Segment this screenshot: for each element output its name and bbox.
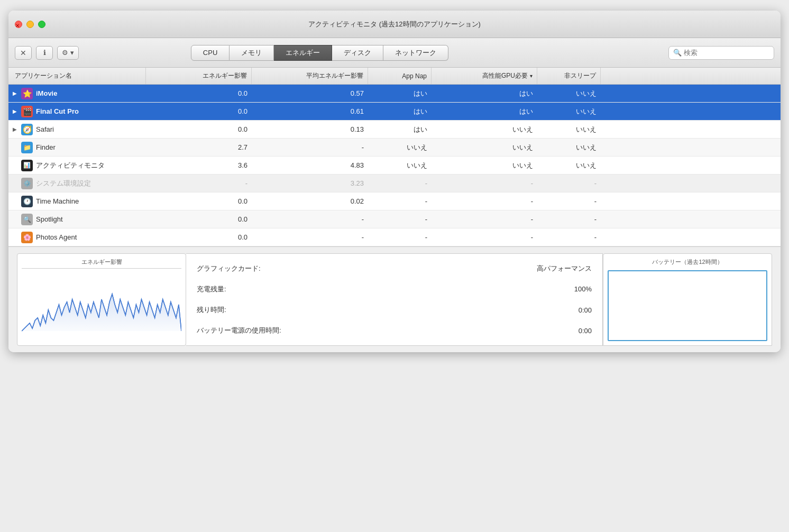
cell-no-sleep: いいえ bbox=[537, 125, 601, 134]
app-name-label: Spotlight bbox=[36, 215, 63, 223]
placeholder-icon: ▶ bbox=[13, 180, 17, 186]
cell-app-nap: はい bbox=[368, 125, 432, 134]
cell-avg-energy: 0.13 bbox=[252, 125, 368, 133]
cell-energy-impact: - bbox=[146, 179, 252, 187]
cell-no-sleep: - bbox=[537, 215, 601, 223]
cell-avg-energy: 3.23 bbox=[252, 179, 368, 187]
app-name-label: システム環境設定 bbox=[36, 179, 91, 188]
cell-app-nap: - bbox=[368, 179, 432, 187]
graphics-card-value: 高パフォーマンス bbox=[537, 264, 592, 273]
col-header-gpu[interactable]: 高性能GPU必要 ▾ bbox=[432, 68, 537, 84]
tab-network[interactable]: ネットワーク bbox=[383, 45, 448, 61]
search-input[interactable] bbox=[684, 49, 769, 57]
cell-energy-impact: 0.0 bbox=[146, 107, 252, 115]
table-row[interactable]: ▶ 📊 アクティビティモニタ 3.6 4.83 いいえ いいえ いいえ bbox=[8, 157, 781, 175]
cell-gpu: - bbox=[432, 197, 537, 205]
search-box[interactable]: 🔍 bbox=[668, 46, 774, 60]
col-header-app-name[interactable]: アプリケーション名 bbox=[8, 68, 146, 84]
cell-gpu: いいえ bbox=[432, 125, 537, 134]
col-header-energy-impact[interactable]: エネルギー影響 bbox=[146, 68, 252, 84]
cell-app-nap: はい bbox=[368, 107, 432, 116]
app-icon-photos: 🌸 bbox=[21, 232, 33, 243]
bottom-panel: エネルギー影響 グラフィックカード: 高パフォーマンス 充電残量: bbox=[8, 246, 781, 352]
col-header-app-nap[interactable]: App Nap bbox=[368, 68, 432, 84]
cell-avg-energy: 0.61 bbox=[252, 107, 368, 115]
stats-section: グラフィックカード: 高パフォーマンス 充電残量: 100% 残り時間: 0:0… bbox=[186, 253, 603, 346]
cell-avg-energy: - bbox=[252, 143, 368, 151]
table-row[interactable]: ▶ 📁 Finder 2.7 - いいえ いいえ いいえ bbox=[8, 139, 781, 157]
cell-energy-impact: 2.7 bbox=[146, 143, 252, 151]
energy-chart-title: エネルギー影響 bbox=[81, 258, 122, 266]
battery-usage-label: バッテリー電源の使用時間: bbox=[197, 326, 281, 335]
battery-usage-row: バッテリー電源の使用時間: 0:00 bbox=[197, 326, 592, 335]
table-row[interactable]: ▶ 🌸 Photos Agent 0.0 - - - - bbox=[8, 228, 781, 246]
cell-app-nap: いいえ bbox=[368, 143, 432, 152]
table-row[interactable]: ▶ 🎬 Final Cut Pro 0.0 0.61 はい はい いいえ bbox=[8, 103, 781, 121]
table-row[interactable]: ▶ ⚙️ システム環境設定 - 3.23 - - - bbox=[8, 175, 781, 192]
energy-chart-svg bbox=[22, 273, 181, 336]
cell-app-nap: - bbox=[368, 233, 432, 241]
cell-app-name: ▶ ⚙️ システム環境設定 bbox=[8, 178, 146, 189]
tab-disk[interactable]: ディスク bbox=[332, 45, 383, 61]
gear-button[interactable]: ⚙ ▾ bbox=[57, 46, 79, 60]
cell-app-name: ▶ 🎬 Final Cut Pro bbox=[8, 106, 146, 117]
tab-energy[interactable]: エネルギー bbox=[274, 45, 332, 61]
info-icon: ℹ bbox=[43, 49, 46, 57]
cell-app-name: ▶ 📊 アクティビティモニタ bbox=[8, 160, 146, 171]
table-row[interactable]: ▶ 🧭 Safari 0.0 0.13 はい いいえ いいえ bbox=[8, 121, 781, 139]
col-header-no-sleep[interactable]: 非スリープ bbox=[537, 68, 601, 84]
cell-app-name: ▶ 🌸 Photos Agent bbox=[8, 232, 146, 243]
cell-avg-energy: - bbox=[252, 233, 368, 241]
cell-energy-impact: 3.6 bbox=[146, 161, 252, 169]
app-icon-spotlight: 🔍 bbox=[21, 214, 33, 225]
gear-icon: ⚙ bbox=[62, 49, 68, 57]
table-row[interactable]: ▶ ⭐ iMovie 0.0 0.57 はい はい いいえ bbox=[8, 85, 781, 103]
app-name-label: Time Machine bbox=[36, 197, 79, 205]
expand-arrow-icon[interactable]: ▶ bbox=[13, 108, 17, 114]
app-icon-timemachine: 🕐 bbox=[21, 196, 33, 207]
placeholder-icon: ▶ bbox=[13, 234, 17, 240]
cell-gpu: - bbox=[432, 215, 537, 223]
battery-chart-title: バッテリー（過去12時間） bbox=[652, 258, 722, 266]
app-icon-finder: 📁 bbox=[21, 142, 33, 153]
app-icon-safari: 🧭 bbox=[21, 124, 33, 135]
sort-arrow-icon: ▾ bbox=[530, 73, 533, 79]
toolbar: ✕ ℹ ⚙ ▾ CPU メモリ エネルギー ディスク ネットワーク 🔍 bbox=[8, 38, 781, 68]
cell-avg-energy: 4.83 bbox=[252, 161, 368, 169]
close-button[interactable]: ✕ bbox=[15, 21, 22, 28]
energy-value: 0.0 bbox=[238, 89, 247, 97]
maximize-button[interactable] bbox=[38, 21, 45, 28]
minimize-button[interactable] bbox=[26, 21, 34, 28]
app-name-label: Photos Agent bbox=[36, 233, 77, 241]
cell-app-nap: はい bbox=[368, 89, 432, 98]
app-name-label: iMovie bbox=[36, 89, 57, 97]
expand-arrow-icon[interactable]: ▶ bbox=[13, 126, 17, 132]
col-header-avg-energy[interactable]: 平均エネルギー影響 bbox=[252, 68, 368, 84]
battery-chart-area bbox=[608, 270, 767, 341]
cell-avg-energy: 0.02 bbox=[252, 197, 368, 205]
cell-gpu: - bbox=[432, 233, 537, 241]
tab-group: CPU メモリ エネルギー ディスク ネットワーク bbox=[191, 45, 448, 61]
info-button[interactable]: ℹ bbox=[36, 46, 53, 60]
tab-memory[interactable]: メモリ bbox=[230, 45, 274, 61]
table-area: アプリケーション名 エネルギー影響 平均エネルギー影響 App Nap 高性能G… bbox=[8, 68, 781, 246]
battery-usage-value: 0:00 bbox=[579, 327, 592, 335]
cell-avg-energy: 0.57 bbox=[252, 89, 368, 97]
cell-no-sleep: いいえ bbox=[537, 89, 601, 98]
close-filter-button[interactable]: ✕ bbox=[15, 46, 32, 60]
table-row[interactable]: ▶ 🕐 Time Machine 0.0 0.02 - - - bbox=[8, 192, 781, 210]
placeholder-icon: ▶ bbox=[13, 162, 17, 168]
cell-gpu: はい bbox=[432, 89, 537, 98]
placeholder-icon: ▶ bbox=[13, 144, 17, 150]
cell-energy-impact: 0.0 bbox=[146, 233, 252, 241]
expand-arrow-icon[interactable]: ▶ bbox=[13, 90, 17, 96]
table-row[interactable]: ▶ 🔍 Spotlight 0.0 - - - - bbox=[8, 210, 781, 228]
tab-cpu[interactable]: CPU bbox=[191, 45, 230, 61]
placeholder-icon: ▶ bbox=[13, 198, 17, 204]
no-sleep-value: いいえ bbox=[576, 89, 597, 98]
cell-app-name: ▶ 🕐 Time Machine bbox=[8, 196, 146, 207]
cell-app-nap: - bbox=[368, 215, 432, 223]
charge-label: 充電残量: bbox=[197, 285, 226, 294]
placeholder-icon: ▶ bbox=[13, 216, 17, 222]
cell-no-sleep: - bbox=[537, 233, 601, 241]
